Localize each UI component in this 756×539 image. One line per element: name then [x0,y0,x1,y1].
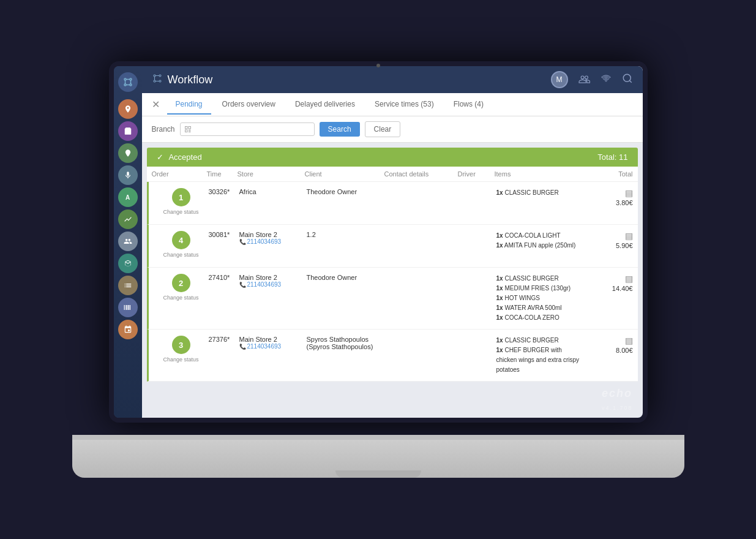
workflow-icon [152,73,163,86]
sidebar-icon-list[interactable] [118,276,138,295]
laptop-base [72,435,684,478]
svg-point-0 [124,78,126,80]
client-name-3: Theodore Owner [307,274,386,281]
orders-area: ✓ Accepted Total: 11 Order [142,143,643,418]
sidebar-icon-users[interactable] [118,232,138,251]
store-phone-4[interactable]: 📞2114034693 [239,343,307,350]
client-name-4: Spyros Stathopoulos (Spyros Stathopoulos… [307,336,386,350]
close-icon[interactable]: ✕ [152,99,160,110]
sidebar-icon-chart[interactable] [118,209,138,229]
search-button[interactable]: Search [320,122,360,137]
search-input[interactable] [194,125,310,134]
sidebar-icon-barcode[interactable] [118,298,138,317]
svg-point-15 [623,74,631,81]
brand-logo: echov4.1.708 [602,387,633,413]
table-row: 1 Change status 30326* Africa Theodore O… [147,182,638,225]
tab-orders-overview[interactable]: Orders overview [214,95,284,115]
order-number-cell-3: 2 Change status [154,274,209,301]
receipt-icon-3[interactable]: ▤ [584,274,633,284]
receipt-icon-2[interactable]: ▤ [584,231,633,241]
search-icon[interactable] [622,73,633,86]
items-list-4: 1x CLASSIC BURGER 1x CHEF BURGER with ch… [496,336,584,375]
store-name-3: Main Store 2 [239,274,307,281]
store-phone-2[interactable]: 📞2114034693 [239,238,307,245]
store-cell-4: Main Store 2 📞2114034693 [239,336,307,350]
sidebar-icon-geo[interactable] [118,143,138,163]
orders-table: Order Time Store Client Contact details … [147,167,638,382]
col-driver: Driver [458,170,495,178]
sidebar-icon-network[interactable] [118,72,138,92]
laptop-notch [335,470,421,478]
order-id-2: 30081* [209,231,239,238]
sidebar: A [114,66,142,418]
items-list-3: 1x CLASSIC BURGER 1x MEDIUM FRIES (130gr… [496,274,584,323]
receipt-icon-1[interactable]: ▤ [584,188,633,198]
col-items: Items [495,170,584,178]
sidebar-icon-mic[interactable] [118,165,138,185]
tab-flows[interactable]: Flows (4) [445,95,492,115]
wifi-icon[interactable] [600,74,612,86]
col-store: Store [238,170,305,178]
order-id-4: 27376* [209,336,239,343]
store-name-1: Africa [239,188,307,195]
search-input-wrapper[interactable] [180,123,315,136]
items-list-2: 1x COCA-COLA LIGHT 1x AMITA FUN apple (2… [496,231,584,251]
phone-icon-3: 📞 [239,282,246,288]
users-icon[interactable] [578,74,590,86]
items-list-1: 1x CLASSIC BURGER [496,188,584,198]
order-badge-1[interactable]: 1 [172,188,190,206]
sidebar-icon-box[interactable] [118,254,138,273]
col-order: Order [152,170,207,178]
tab-delayed-deliveries[interactable]: Delayed deliveries [286,95,364,115]
phone-icon-4: 📞 [239,344,246,350]
order-badge-2[interactable]: 4 [172,231,190,249]
col-client: Client [305,170,384,178]
sidebar-icon-calendar[interactable] [118,320,138,339]
store-cell-3: Main Store 2 📞2114034693 [239,274,307,288]
total-cell-2: ▤ 5.90€ [584,231,633,249]
total-price-4: 8.00€ [584,347,633,354]
laptop-camera [376,64,380,67]
change-status-2[interactable]: Change status [163,252,198,258]
client-name-1: Theodore Owner [307,188,386,195]
change-status-4[interactable]: Change status [163,356,198,363]
sidebar-icon-shopping[interactable] [118,121,138,141]
item-qty: 1x [496,189,503,196]
client-name-2: 1.2 [307,231,386,238]
main-content: Workflow M [142,66,643,418]
store-phone-3[interactable]: 📞2114034693 [239,281,307,288]
clear-button[interactable]: Clear [365,121,401,137]
svg-point-8 [154,75,155,77]
change-status-3[interactable]: Change status [163,295,198,301]
svg-point-9 [159,75,161,77]
sidebar-icon-translate[interactable]: A [118,187,138,207]
check-icon: ✓ [157,153,163,162]
header-actions: M [551,71,633,88]
change-status-1[interactable]: Change status [163,209,198,215]
table-row: 2 Change status 27410* Main Store 2 📞211… [147,268,638,330]
table-row: 3 Change status 27376* Main Store 2 📞211… [147,330,638,382]
phone-icon-2: 📞 [239,239,246,245]
svg-point-1 [130,78,132,80]
svg-point-10 [154,80,155,82]
app-container: A [114,66,643,418]
store-name-2: Main Store 2 [239,231,307,238]
tab-pending[interactable]: Pending [167,95,211,115]
svg-point-2 [124,84,126,86]
svg-rect-18 [189,127,191,129]
tab-service-times[interactable]: Service times (53) [366,95,443,115]
search-bar: Branch Search Clear [142,116,643,143]
total-cell-4: ▤ 8.00€ [584,336,633,354]
svg-rect-17 [185,130,187,132]
svg-point-3 [130,84,132,86]
order-badge-4[interactable]: 3 [172,336,190,354]
store-cell-2: Main Store 2 📞2114034693 [239,231,307,245]
receipt-icon-4[interactable]: ▤ [584,336,633,345]
sidebar-icon-location[interactable] [118,99,138,119]
col-total: Total [584,170,633,178]
svg-point-11 [159,80,161,82]
order-badge-3[interactable]: 2 [172,274,190,292]
order-id-3: 27410* [209,274,239,281]
avatar[interactable]: M [551,71,568,88]
order-number-cell-1: 1 Change status [154,188,209,215]
